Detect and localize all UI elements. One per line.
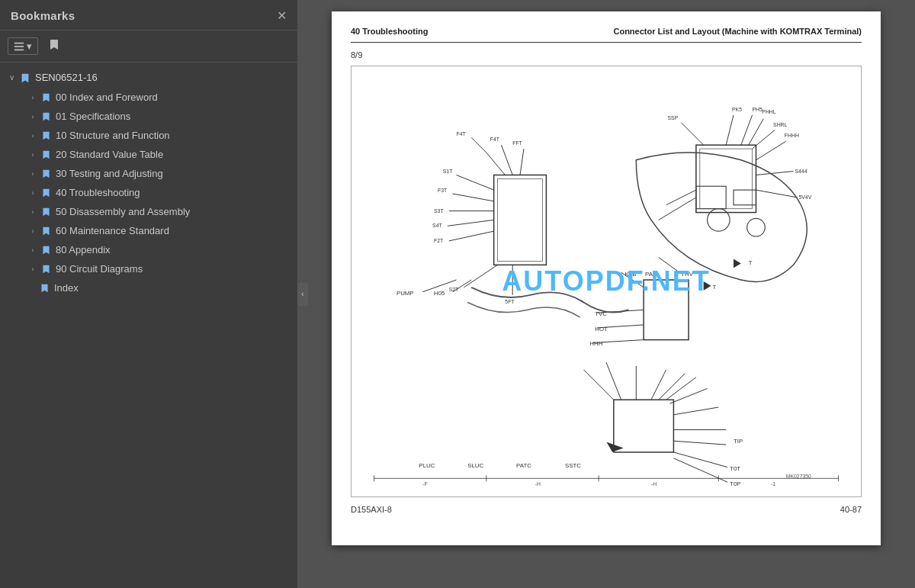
page-footer: D155AXI-8 40-87 bbox=[351, 505, 862, 514]
svg-text:F3T: F3T bbox=[438, 188, 448, 193]
svg-text:PATC: PATC bbox=[516, 462, 531, 469]
svg-text:SLUC: SLUC bbox=[467, 462, 483, 469]
svg-text:F4T: F4T bbox=[490, 137, 500, 142]
svg-text:S3T: S3T bbox=[434, 208, 444, 214]
item-chevron-icon: › bbox=[27, 208, 38, 216]
svg-text:SSP: SSP bbox=[668, 115, 679, 120]
item-chevron-icon: › bbox=[27, 265, 38, 273]
item-bookmark-icon bbox=[41, 130, 51, 140]
bookmark-item-item-index[interactable]: Index bbox=[0, 278, 297, 297]
svg-text:-H: -H bbox=[651, 481, 657, 487]
item-bookmark-icon bbox=[41, 149, 51, 159]
item-label: 90 Circuit Diagrams bbox=[56, 263, 143, 275]
svg-text:-F: -F bbox=[422, 481, 427, 487]
svg-text:F4T: F4T bbox=[457, 131, 467, 137]
svg-text:SHRL: SHRL bbox=[773, 122, 787, 127]
svg-text:PK5: PK5 bbox=[732, 107, 742, 112]
item-bookmark-icon bbox=[41, 264, 51, 274]
svg-rect-0 bbox=[14, 42, 24, 43]
sidebar-header: Bookmarks ✕ bbox=[0, 0, 297, 31]
bookmarks-sidebar: Bookmarks ✕ ▾ ∨ SEN06521-16 › bbox=[0, 0, 297, 588]
bookmark-item-item-01[interactable]: › 01 Specifications bbox=[0, 107, 297, 126]
item-bookmark-icon bbox=[41, 207, 51, 217]
bookmark-children-container: › 00 Index and Foreword › 01 Specificati… bbox=[0, 88, 297, 297]
svg-text:PH5: PH5 bbox=[753, 107, 763, 112]
svg-text:MK027350: MK027350 bbox=[786, 474, 811, 479]
item-chevron-icon: › bbox=[27, 189, 38, 197]
page-number-top: 8/9 bbox=[351, 50, 862, 59]
svg-text:SSTC: SSTC bbox=[565, 462, 581, 469]
footer-right: 40-87 bbox=[840, 505, 862, 514]
item-label: 50 Disassembly and Assembly bbox=[56, 206, 190, 217]
bookmark-item-item-30[interactable]: › 30 Testing and Adjusting bbox=[0, 164, 297, 183]
svg-rect-1 bbox=[14, 46, 24, 47]
svg-text:PHHL: PHHL bbox=[762, 109, 775, 114]
svg-text:S1T: S1T bbox=[443, 169, 453, 175]
bookmark-item-item-40[interactable]: › 40 Troubleshooting bbox=[0, 183, 297, 202]
sidebar-title: Bookmarks bbox=[11, 9, 75, 22]
item-bookmark-icon bbox=[41, 169, 51, 178]
svg-text:T: T bbox=[712, 284, 716, 291]
item-label: 30 Testing and Adjusting bbox=[56, 168, 163, 179]
item-bookmark-icon bbox=[41, 188, 51, 198]
toolbar-dropdown-arrow: ▾ bbox=[27, 40, 32, 52]
item-chevron-icon: › bbox=[27, 151, 38, 159]
item-chevron-icon: › bbox=[27, 246, 38, 254]
svg-rect-2 bbox=[14, 49, 24, 50]
svg-text:HHH: HHH bbox=[589, 340, 602, 347]
item-bookmark-icon bbox=[41, 226, 51, 236]
toolbar-list-button[interactable]: ▾ bbox=[8, 37, 38, 55]
item-label: 40 Troubleshooting bbox=[56, 187, 140, 198]
page-header: 40 Troubleshooting Connector List and La… bbox=[351, 27, 862, 43]
sidebar-toolbar: ▾ bbox=[0, 31, 297, 63]
page-container: 40 Troubleshooting Connector List and La… bbox=[332, 11, 881, 545]
bookmark-root-item[interactable]: ∨ SEN06521-16 bbox=[0, 67, 297, 88]
item-label: Index bbox=[54, 282, 79, 294]
item-bookmark-icon bbox=[41, 111, 51, 121]
item-label: 01 Specifications bbox=[56, 111, 130, 122]
page-header-left: 40 Troubleshooting bbox=[351, 27, 428, 36]
main-content: 40 Troubleshooting Connector List and La… bbox=[297, 0, 915, 588]
svg-text:PAC: PAC bbox=[645, 271, 657, 278]
root-chevron-icon: ∨ bbox=[6, 73, 17, 82]
item-label: 00 Index and Foreword bbox=[56, 92, 158, 103]
list-icon bbox=[14, 41, 24, 52]
item-chevron-icon: › bbox=[27, 227, 38, 235]
svg-text:TIP: TIP bbox=[734, 438, 743, 445]
sidebar-collapse-button[interactable]: ‹ bbox=[297, 283, 308, 306]
bookmark-item-item-10[interactable]: › 10 Structure and Function bbox=[0, 126, 297, 145]
bookmark-list: ∨ SEN06521-16 › 00 Index and Foreword › … bbox=[0, 63, 297, 588]
bookmark-item-item-60[interactable]: › 60 Maintenance Standard bbox=[0, 221, 297, 240]
svg-text:KLB: KLB bbox=[625, 271, 637, 278]
connector-diagram-svg: F4T F4T FFT S1T F3T bbox=[352, 66, 861, 493]
svg-text:T0T: T0T bbox=[730, 466, 740, 473]
svg-text:H05: H05 bbox=[434, 290, 445, 297]
svg-text:FFT: FFT bbox=[512, 140, 522, 146]
item-label: 60 Maintenance Standard bbox=[56, 225, 169, 236]
footer-left: D155AXI-8 bbox=[351, 505, 392, 514]
item-chevron-icon: › bbox=[27, 113, 38, 120]
bookmark-item-item-50[interactable]: › 50 Disassembly and Assembly bbox=[0, 202, 297, 221]
bookmark-item-item-80[interactable]: › 80 Appendix bbox=[0, 240, 297, 259]
svg-text:T: T bbox=[749, 259, 753, 266]
item-bookmark-icon bbox=[41, 92, 51, 102]
svg-text:FHHH: FHHH bbox=[785, 133, 799, 138]
bookmark-icon bbox=[48, 38, 60, 50]
svg-text:T0P: T0P bbox=[730, 480, 740, 487]
svg-text:THV: THV bbox=[681, 271, 693, 278]
root-label: SEN06521-16 bbox=[35, 72, 98, 83]
item-label: 20 Standard Value Table bbox=[56, 149, 163, 160]
svg-text:PUMP: PUMP bbox=[396, 290, 414, 297]
item-chevron-icon: › bbox=[27, 94, 38, 101]
bookmark-item-item-90[interactable]: › 90 Circuit Diagrams bbox=[0, 259, 297, 278]
bookmark-item-item-00[interactable]: › 00 Index and Foreword bbox=[0, 88, 297, 107]
svg-text:PLUC: PLUC bbox=[419, 462, 435, 469]
svg-text:HOT: HOT bbox=[595, 326, 608, 333]
toolbar-bookmark-button[interactable] bbox=[44, 37, 64, 56]
close-sidebar-button[interactable]: ✕ bbox=[277, 10, 287, 22]
item-chevron-icon: › bbox=[27, 170, 38, 178]
page-header-right: Connector List and Layout (Machine with … bbox=[613, 27, 862, 36]
svg-text:F2T: F2T bbox=[434, 238, 444, 243]
bookmark-item-item-20[interactable]: › 20 Standard Value Table bbox=[0, 145, 297, 164]
item-label: 80 Appendix bbox=[56, 244, 111, 255]
